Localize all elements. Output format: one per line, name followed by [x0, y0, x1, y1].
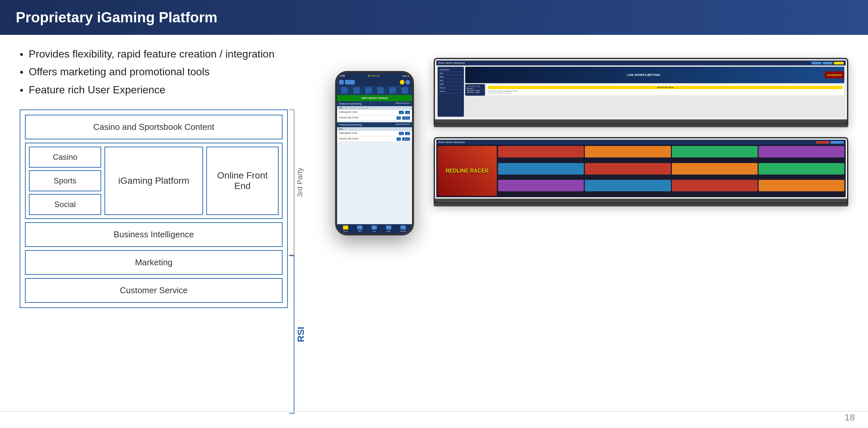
customer-service-box: Customer Service [25, 278, 283, 303]
bullet-dot-1: • [20, 48, 23, 60]
game-10 [585, 180, 671, 191]
sport-icon-2 [353, 87, 360, 94]
phone-odds-4: -5 U97.0 [397, 137, 410, 141]
phone-odds-2: -5 U97.0 [397, 116, 410, 120]
phone-nav-bar [337, 79, 412, 86]
sidebar-popular: POPULAR [439, 68, 463, 72]
phone-team-row-4: Kansas City Chiefs -5 U97.0 [337, 136, 412, 142]
sports-laptop-topbar: Rush Street Interactive [436, 60, 846, 65]
phone-bottom-sports-icon [343, 226, 348, 229]
third-party-label: 3rd Party [296, 168, 304, 197]
casino-hero-banner: REDLINE RACER [438, 146, 497, 196]
phone-nfl-label-2: NFL [337, 127, 412, 131]
bottom-divider [0, 411, 868, 411]
phone-sports-nav [337, 86, 412, 95]
phone-mockup-container: 9:41 $3,424.00 ●●● ▲ [329, 71, 421, 235]
phone-signal: ●●● ▲ [402, 75, 409, 77]
sports-laptop-main: LIVE SPORTS BETTING EXPERIENCE [465, 67, 844, 117]
phone-main-content: Featured upcoming MORE EVENTS NFL LIVE |… [337, 101, 412, 224]
online-front-end-box: Online Front End [206, 147, 279, 215]
game-1 [498, 146, 584, 158]
bullet-text-3: Feature rich User Experience [29, 84, 165, 96]
laptop-cta-button [834, 62, 844, 64]
sports-laptop-screen: Rush Street Interactive POPULAR [435, 59, 847, 119]
sidebar-tennis: Tennis [439, 90, 463, 93]
phone-balance: $3,424.00 [368, 74, 379, 77]
rsi-label: RSI [296, 327, 306, 342]
sports-laptop-content: POPULAR NFL NBA NHL MLB Soccer Tennis [436, 65, 846, 118]
casino-box: Casino [29, 147, 101, 168]
sport-icon-1 [341, 87, 348, 94]
phone-odds-1: +5 +5 [399, 111, 410, 114]
sport-icon-3 [365, 87, 372, 94]
phone-team-row-2: Kansas City Chiefs -5 U97.0 [337, 115, 412, 121]
phone-bottom-live-icon [372, 226, 377, 229]
social-box: Social [29, 194, 101, 215]
phone-time: 9:41 [340, 74, 345, 77]
phone-screen: 9:41 $3,424.00 ●●● ▲ [337, 73, 412, 233]
phone-bottom-slots-icon [357, 226, 362, 229]
sidebar-nfl: NFL [439, 72, 463, 75]
casino-nav-item [816, 141, 829, 144]
sports-laptop-base [435, 119, 847, 123]
sports-card-1: LIVE RIGHT NOW Round 1 Johnson, Justin J… [465, 84, 485, 96]
casino-laptop-container: Rush Street Interactive REDLINE RACER [434, 137, 848, 206]
game-2 [585, 146, 671, 158]
marketing-box: Marketing [25, 250, 283, 275]
diagram-inner: Casino and Sportsbook Content Casino Spo… [20, 110, 288, 413]
sports-laptop: Rush Street Interactive POPULAR [434, 58, 848, 124]
sports-laptop-stand [434, 124, 848, 127]
sport-icon-5 [389, 87, 396, 94]
sidebar-nhl: NHL [439, 79, 463, 83]
phone-status-bar: 9:41 $3,424.00 ●●● ▲ [337, 73, 412, 79]
game-7 [672, 163, 757, 175]
main-content: • Provides flexibility, rapid feature cr… [0, 35, 868, 427]
page-number: 18 [845, 412, 855, 423]
phone-featured-header-1: Featured upcoming MORE EVENTS [337, 101, 412, 106]
game-3 [672, 146, 757, 158]
casino-laptop-stand [434, 204, 848, 206]
bullet-dot-2: • [20, 66, 23, 78]
right-panel: 9:41 $3,424.00 ●●● ▲ [329, 48, 848, 413]
bottom-service-boxes: Business Intelligence Marketing Customer… [25, 222, 283, 303]
bullet-text-2: Offers marketing and promotional tools [29, 66, 210, 78]
laptop-nav-item-2 [823, 62, 833, 64]
casino-nav-item-2 [831, 141, 844, 144]
game-9 [498, 180, 584, 191]
phone-featured-header-2: Featured upcoming MORE EVENTS [337, 122, 412, 127]
phone-team-row-1: Indianapolis Colts +5 +5 [337, 110, 412, 115]
phone-device: 9:41 $3,424.00 ●●● ▲ [335, 71, 414, 235]
phone-bottom-nav: Sports Slots Live Chat [337, 224, 412, 233]
bullet-item-1: • Provides flexibility, rapid feature cr… [20, 48, 315, 60]
phone-bottom-account-icon [401, 226, 406, 229]
sports-hero-banner: LIVE SPORTS BETTING EXPERIENCE [465, 67, 844, 83]
bullet-item-2: • Offers marketing and promotional tools [20, 66, 315, 78]
casino-laptop-topbar: Rush Street Interactive [436, 140, 846, 145]
casino-laptop-base [435, 199, 847, 202]
game-4 [758, 146, 844, 158]
sport-icon-6 [401, 87, 408, 94]
bullet-text-1: Provides flexibility, rapid feature crea… [29, 48, 274, 60]
sport-icon-4 [377, 87, 384, 94]
igaming-platform-box: iGaming Platform [104, 147, 203, 215]
architecture-diagram: Casino and Sportsbook Content Casino Spo… [20, 110, 315, 413]
casino-games-grid [498, 146, 844, 196]
left-category-boxes: Casino Sports Social [29, 147, 101, 215]
business-intelligence-box: Business Intelligence [25, 222, 283, 247]
header: Proprietary iGaming Platform [0, 0, 868, 35]
game-12 [758, 180, 844, 191]
sidebar-mlb: MLB [439, 83, 463, 86]
phone-bottom-chat-icon [386, 226, 391, 229]
phone-team-row-3: Indianapolis Colts +5 +5 [337, 131, 412, 136]
phone-bonus-banner: 100% READY BONUS [337, 95, 412, 101]
game-8 [758, 163, 844, 175]
left-panel: • Provides flexibility, rapid feature cr… [20, 48, 315, 413]
game-5 [498, 163, 584, 175]
sports-box: Sports [29, 170, 101, 191]
game-6 [585, 163, 671, 175]
sidebar-soccer: Soccer [439, 86, 463, 90]
phone-nfl-label: NFL LIVE | TODAY 3:35 PM CST [337, 106, 412, 110]
casino-sportsbook-content-box: Casino and Sportsbook Content [25, 115, 283, 139]
page-title: Proprietary iGaming Platform [16, 9, 217, 26]
casino-laptop: Rush Street Interactive REDLINE RACER [434, 137, 848, 204]
